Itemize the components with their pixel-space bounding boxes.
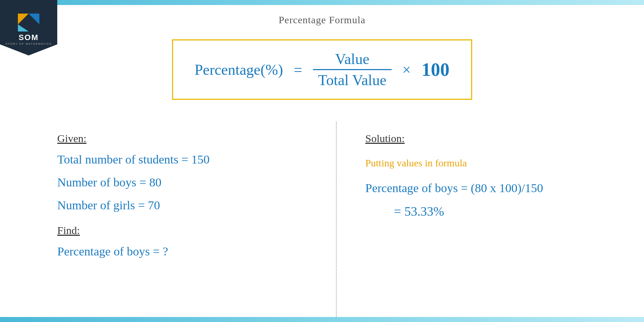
formula-left-text: Percentage(%) <box>195 61 283 78</box>
left-column: Given: Total number of students = 150 Nu… <box>0 122 337 317</box>
find-section: Find: Percentage of boys = ? <box>57 224 336 259</box>
solution-note: Putting values in formula <box>365 157 644 169</box>
solution-calc: Percentage of boys = (80 x 100)/150 <box>365 180 644 197</box>
right-column: Solution: Putting values in formula Perc… <box>337 122 644 317</box>
page-title: Percentage Formula <box>0 14 644 26</box>
formula-multiply-sign: × <box>402 61 411 78</box>
fraction-numerator: Value <box>335 50 370 69</box>
given-label: Given: <box>57 132 87 145</box>
bottom-decorative-bar <box>0 317 644 322</box>
girls-line: Number of girls = 70 <box>57 197 336 213</box>
formula-equals-sign: = <box>294 61 302 78</box>
formula-hundred: 100 <box>421 59 449 80</box>
fraction-denominator: Total Value <box>318 70 386 89</box>
formula-fraction: Value Total Value <box>313 50 392 89</box>
logo-brand-text: SOM <box>19 33 39 42</box>
total-students-line: Total number of students = 150 <box>57 152 336 167</box>
find-label: Find: <box>57 224 80 236</box>
boys-line: Number of boys = 80 <box>57 175 336 190</box>
find-question-line: Percentage of boys = ? <box>57 244 336 259</box>
content-area: Given: Total number of students = 150 Nu… <box>0 122 644 317</box>
top-decorative-bar <box>0 0 644 5</box>
solution-label: Solution: <box>365 132 405 145</box>
solution-result: = 53.33% <box>394 204 644 219</box>
formula-box: Percentage(%) = Value Total Value × 100 <box>172 39 472 100</box>
logo-subtitle-text: STORY OF MATHEMATICS <box>5 42 52 45</box>
logo-area: SOM STORY OF MATHEMATICS <box>0 0 57 55</box>
